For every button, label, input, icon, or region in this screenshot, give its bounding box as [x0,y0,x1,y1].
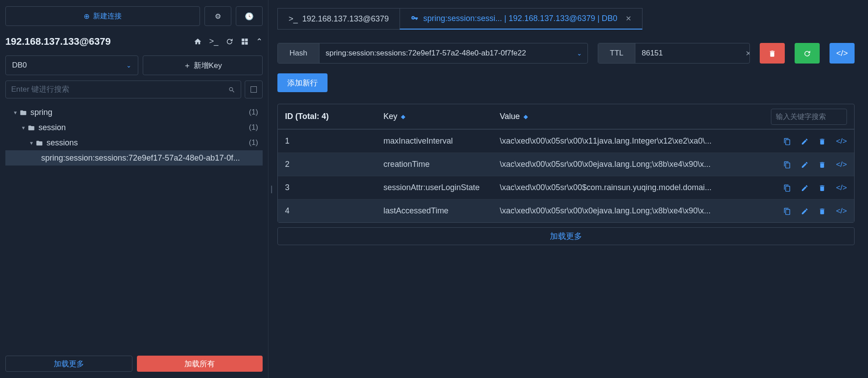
cell-key: creationTime [383,160,500,169]
edit-icon[interactable] [801,160,808,169]
key-field-group: Hash ⌄ [277,43,588,64]
splitter[interactable]: || [268,0,273,378]
copy-icon[interactable] [783,160,791,169]
cell-key: sessionAttr:userLoginState [383,183,500,192]
key-column-header[interactable]: Key◆ [383,112,500,121]
cell-value: \xac\xed\x00\x05sr\x00\x11java.lang.Inte… [500,136,774,146]
terminal-icon: >_ [289,14,298,24]
hash-table: ID (Total: 4) Key◆ Value◆ 1maxInactiveIn… [277,104,855,223]
chevron-down-icon[interactable]: ⌄ [577,50,582,57]
search-icon[interactable] [228,85,235,93]
chevron-down-icon: ▾ [11,109,20,116]
key-name-input[interactable] [319,49,577,58]
id-column-header: ID (Total: 4) [285,112,383,121]
tab[interactable]: >_192.168.137.133@6379 [277,8,400,30]
tab[interactable]: spring:session:sessi... | 192.168.137.13… [400,8,642,30]
chevron-down-icon: ▾ [19,124,28,131]
tree-node[interactable]: ▾spring(1) [5,105,263,120]
tab-label: 192.168.137.133@6379 [302,14,389,24]
refresh-icon [803,49,811,58]
add-row-button[interactable]: 添加新行 [277,73,328,92]
cell-key: maxInactiveInterval [383,136,500,146]
tree-label: spring:session:sessions:72e9ef17-57a2-48… [41,153,240,163]
home-icon[interactable] [194,37,202,47]
settings-button[interactable]: ⚙ [204,6,231,26]
table-search-input[interactable] [771,109,847,125]
table-row[interactable]: 1maxInactiveInterval\xac\xed\x00\x05sr\x… [278,129,854,153]
ttl-label: TTL [598,43,635,63]
ttl-input[interactable] [635,49,743,58]
grid-icon[interactable] [241,37,249,47]
close-icon[interactable]: ✕ [625,14,631,23]
tree-node[interactable]: spring:session:sessions:72e9ef17-57a2-48… [5,150,263,166]
folder-icon [28,123,35,132]
folder-icon [20,108,27,116]
edit-icon[interactable] [801,183,808,192]
folder-icon [36,139,43,147]
tree-label: session [38,123,66,132]
clear-icon[interactable]: ✕ [745,49,750,58]
tab-label: spring:session:sessi... | 192.168.137.13… [423,14,617,23]
table-row[interactable]: 4lastAccessedTime\xac\xed\x00\x05sr\x00\… [278,199,854,222]
tree-count: (1) [249,123,258,132]
plus-icon: ＋ [183,60,191,71]
tabs: >_192.168.137.133@6379spring:session:ses… [277,8,855,30]
code-icon[interactable]: </> [836,137,847,146]
search-input[interactable] [11,85,228,94]
copy-icon[interactable] [783,183,791,192]
add-key-label: 新增Key [194,60,222,71]
trash-icon[interactable] [818,183,826,192]
load-all-button[interactable]: 加载所有 [137,356,263,372]
delete-key-button[interactable] [760,43,785,64]
chevron-down-icon: ⌄ [126,62,132,69]
refresh-icon[interactable] [226,37,234,47]
load-more-button[interactable]: 加载更多 [5,356,132,372]
search-box [5,81,241,98]
tree-count: (1) [249,138,258,147]
chevron-up-icon[interactable]: ⌃ [256,37,263,47]
trash-icon[interactable] [818,160,826,169]
chevron-down-icon: ▾ [27,140,36,146]
trash-icon[interactable] [818,137,826,146]
table-row[interactable]: 3sessionAttr:userLoginState\xac\xed\x00\… [278,176,854,199]
code-icon[interactable]: </> [836,160,847,169]
cell-value: \xac\xed\x00\x05sr\x00$com.rainsun.yuqin… [500,183,774,192]
edit-icon[interactable] [801,207,808,216]
tree-count: (1) [249,108,258,117]
code-icon[interactable]: </> [836,183,847,192]
cell-key: lastAccessedTime [383,206,500,216]
key-type-label: Hash [278,43,319,63]
add-key-button[interactable]: ＋ 新增Key [143,55,263,75]
value-column-header[interactable]: Value◆ [500,112,771,121]
ttl-field-group: TTL ✕ ✓ [598,43,750,64]
clock-icon: 🕓 [245,12,254,21]
code-view-button[interactable]: </> [830,43,855,64]
history-button[interactable]: 🕓 [236,6,263,26]
new-connection-button[interactable]: ⊕ 新建连接 [5,6,200,26]
refresh-key-button[interactable] [795,43,820,64]
tree-node[interactable]: ▾sessions(1) [5,135,263,150]
tree-node[interactable]: ▾session(1) [5,120,263,135]
key-icon [411,14,419,23]
connection-title: 192.168.137.133@6379 [5,36,111,47]
table-row[interactable]: 2creationTime\xac\xed\x00\x05sr\x00\x0ej… [278,153,854,176]
db-selected-label: DB0 [12,61,27,70]
cell-id: 3 [285,183,383,192]
terminal-icon[interactable]: >_ [209,37,218,47]
plus-circle-icon: ⊕ [84,12,89,21]
db-selector[interactable]: DB0 ⌄ [5,55,138,75]
exact-match-toggle[interactable] [245,81,263,98]
edit-icon[interactable] [801,137,808,146]
trash-icon [768,49,776,58]
copy-icon[interactable] [783,137,791,146]
tree-label: spring [30,108,52,117]
sidebar: ⊕ 新建连接 ⚙ 🕓 192.168.137.133@6379 >_ ⌃ DB0 [0,0,268,378]
code-icon[interactable]: </> [836,207,847,216]
main-panel: >_192.168.137.133@6379spring:session:ses… [273,0,868,378]
cell-id: 2 [285,160,383,169]
gear-icon: ⚙ [215,12,221,21]
copy-icon[interactable] [783,207,791,216]
tree-label: sessions [47,138,78,148]
table-load-more-button[interactable]: 加载更多 [277,227,855,245]
trash-icon[interactable] [818,207,826,216]
